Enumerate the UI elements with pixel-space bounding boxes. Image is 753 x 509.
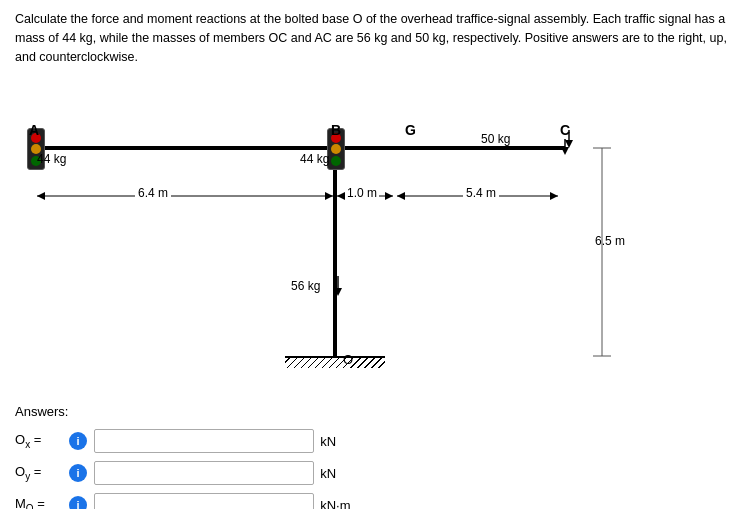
svg-marker-11	[397, 192, 405, 200]
dim-10-label: 1.0 m	[345, 186, 379, 200]
mo-info-icon[interactable]: i	[69, 496, 87, 509]
mo-input[interactable]	[94, 493, 314, 509]
mo-label: MO =	[15, 496, 65, 509]
dim-64-label: 6.4 m	[135, 186, 171, 200]
answers-section: Answers: Ox = i kN Oy = i kN MO = i kN·m	[15, 404, 738, 509]
tick-c	[555, 139, 575, 159]
svg-marker-17	[561, 147, 569, 155]
dim-65-label: 6.5 m	[595, 234, 625, 248]
svg-marker-5	[37, 192, 45, 200]
label-a: A	[29, 122, 39, 138]
arrow-56kg	[331, 276, 345, 298]
svg-marker-9	[385, 192, 393, 200]
dim-65-bracket	[587, 146, 617, 358]
oy-label: Oy =	[15, 464, 65, 482]
horizontal-beam	[35, 146, 565, 150]
mass-ac-label: 50 kg	[481, 132, 510, 146]
ox-unit: kN	[320, 434, 336, 449]
ox-info-icon[interactable]: i	[69, 432, 87, 450]
dim-54-label: 5.4 m	[463, 186, 499, 200]
label-g: G	[405, 122, 416, 138]
light-yellow-b	[331, 144, 341, 154]
ox-label: Ox =	[15, 432, 65, 450]
svg-marker-12	[550, 192, 558, 200]
oy-unit: kN	[320, 466, 336, 481]
mo-row: MO = i kN·m	[15, 493, 738, 509]
mass-signal-b-label: 44 kg	[300, 152, 329, 166]
problem-text: Calculate the force and moment reactions…	[15, 10, 738, 66]
vertical-pole	[333, 146, 337, 356]
ox-row: Ox = i kN	[15, 429, 738, 453]
mo-unit: kN·m	[320, 498, 350, 509]
mass-oc-label: 56 kg	[291, 279, 320, 293]
diagram: A B G C O 44 kg 44 kg 50 kg 56 kg 6.4 m …	[15, 84, 715, 384]
mass-signal-a-label: 44 kg	[37, 152, 66, 166]
svg-marker-6	[325, 192, 333, 200]
svg-marker-8	[337, 192, 345, 200]
oy-info-icon[interactable]: i	[69, 464, 87, 482]
label-b: B	[331, 122, 341, 138]
ground-hatch	[285, 356, 385, 368]
svg-marker-3	[334, 288, 342, 296]
oy-row: Oy = i kN	[15, 461, 738, 485]
ox-input[interactable]	[94, 429, 314, 453]
light-green-b	[331, 156, 341, 166]
answers-title: Answers:	[15, 404, 738, 419]
dim-64-arrow	[35, 186, 335, 206]
oy-input[interactable]	[94, 461, 314, 485]
